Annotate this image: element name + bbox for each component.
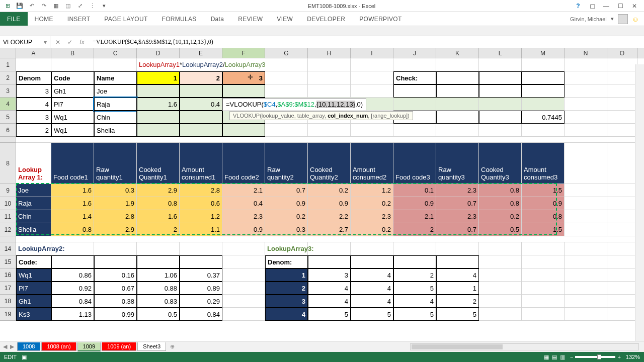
cell-B3[interactable]: Gh1	[51, 84, 94, 98]
row-header-10[interactable]: 10	[0, 197, 16, 210]
tab-insert[interactable]: INSERT	[60, 12, 98, 26]
row-header-12[interactable]: 12	[0, 223, 16, 236]
cell-A14[interactable]: LookupArray2:	[16, 242, 51, 255]
zoom-level[interactable]: 132%	[626, 354, 640, 360]
row-header-7[interactable]	[0, 137, 16, 143]
qat-ext2-icon[interactable]: ◫	[62, 1, 73, 12]
row-header-2[interactable]: 2	[0, 71, 16, 84]
row-header-18[interactable]: 18	[0, 295, 16, 308]
cell-C2[interactable]: Name	[94, 71, 137, 84]
tab-developer[interactable]: DEVELOPER	[300, 12, 352, 26]
sheet-tab-1008[interactable]: 1008	[17, 342, 40, 351]
cell-J8[interactable]: Food code3	[393, 143, 436, 184]
cell-A3[interactable]: 3	[16, 84, 51, 98]
zoom-slider[interactable]	[575, 356, 615, 358]
sheet-tab-1008an[interactable]: 1008 (an)	[41, 342, 76, 351]
col-header-K[interactable]: K	[436, 48, 479, 58]
cell-A10[interactable]: Raja	[16, 197, 51, 210]
zoom-in-icon[interactable]: +	[617, 354, 620, 360]
col-header-A[interactable]: A	[16, 48, 51, 58]
cell-C8[interactable]: Raw quantity1	[94, 143, 137, 184]
cell-A15[interactable]: Code:	[16, 255, 51, 268]
tab-formulas[interactable]: FORMULAS	[155, 12, 204, 26]
cell-M5[interactable]: 0.7445	[522, 111, 565, 124]
col-header-J[interactable]: J	[393, 48, 436, 58]
sheet-tab-1009an[interactable]: 1009 (an)	[102, 342, 136, 351]
cell-D2[interactable]: 1	[137, 71, 180, 84]
redo-icon[interactable]: ↷	[38, 1, 49, 12]
row-header-19[interactable]: 19	[0, 308, 16, 321]
cell-B1[interactable]	[51, 58, 94, 71]
cell-G15[interactable]: Denom:	[265, 255, 308, 268]
formula-input[interactable]: =VLOOKUP($C4,$A$9:$M$12,{10,11,12,13},0)	[90, 38, 644, 46]
col-header-N[interactable]: N	[565, 48, 607, 58]
new-sheet-icon[interactable]: ⊕	[167, 343, 177, 350]
cell-A11[interactable]: Chin	[16, 210, 51, 223]
fx-icon[interactable]: fx	[77, 39, 87, 46]
name-box-dropdown-icon[interactable]: ▾	[44, 39, 47, 46]
feedback-icon[interactable]: ☺	[632, 15, 639, 23]
cell-A6[interactable]: 2	[16, 124, 51, 137]
cell-D8[interactable]: Cooked Quantity1	[137, 143, 180, 184]
cell-B5[interactable]: Wq1	[51, 111, 94, 124]
cell-A4[interactable]: 4	[16, 98, 51, 111]
cell-C3[interactable]: Joe	[94, 84, 137, 98]
row-header-15[interactable]: 15	[0, 255, 16, 268]
row-header-4[interactable]: 4	[0, 98, 16, 111]
row-header-1[interactable]: 1	[0, 58, 16, 71]
vertical-scrollbar[interactable]	[635, 64, 644, 341]
col-header-O[interactable]: O	[607, 48, 637, 58]
col-header-M[interactable]: M	[522, 48, 565, 58]
cell-A5[interactable]: 3	[16, 111, 51, 124]
zoom-out-icon[interactable]: −	[570, 354, 573, 360]
account-user[interactable]: Girvin, Michael ▾ ☺	[565, 12, 644, 26]
sheet-tab-sheet3[interactable]: Sheet3	[137, 342, 166, 351]
row-header-9[interactable]: 9	[0, 184, 16, 197]
cell-C1[interactable]	[94, 58, 137, 71]
cell-D4[interactable]: 1.6	[137, 98, 180, 111]
col-header-B[interactable]: B	[51, 48, 94, 58]
cell-A8[interactable]: Lookup Array 1:	[16, 143, 51, 184]
tab-page-layout[interactable]: PAGE LAYOUT	[97, 12, 154, 26]
cell-H8[interactable]: Cooked Quantity2	[308, 143, 351, 184]
row-header-14[interactable]: 14	[0, 242, 16, 255]
col-header-C[interactable]: C	[94, 48, 137, 58]
cell-C6[interactable]: Shelia	[94, 124, 137, 137]
tab-home[interactable]: HOME	[28, 12, 60, 26]
cell-K8[interactable]: Raw quantity3	[436, 143, 479, 184]
cell-M8[interactable]: Amount consumed3	[522, 143, 565, 184]
row-header-17[interactable]: 17	[0, 282, 16, 295]
cell-D1[interactable]: LookupArray1 * LookupArray2 / LookupArra…	[137, 58, 308, 71]
row-header-16[interactable]: 16	[0, 268, 16, 282]
cell-G14[interactable]: LookupArray3:	[265, 242, 308, 255]
col-header-G[interactable]: G	[265, 48, 308, 58]
col-header-E[interactable]: E	[180, 48, 222, 58]
sheet-nav-next-icon[interactable]: ▶	[10, 343, 14, 350]
row-header-11[interactable]: 11	[0, 210, 16, 223]
cell-B2[interactable]: Code	[51, 71, 94, 84]
macro-record-icon[interactable]: ▣	[22, 354, 27, 360]
row-header-8[interactable]: 8	[0, 143, 16, 184]
cell-C4[interactable]: Raja	[94, 98, 137, 111]
col-header-H[interactable]: H	[308, 48, 351, 58]
cell-A12[interactable]: Shelia	[16, 223, 51, 236]
tab-powerpivot[interactable]: POWERPIVOT	[352, 12, 409, 26]
qat-ext1-icon[interactable]: ▦	[50, 1, 61, 12]
col-header-D[interactable]: D	[137, 48, 180, 58]
save-icon[interactable]: 💾	[14, 1, 25, 12]
view-page-break-icon[interactable]: ▥	[560, 354, 565, 360]
horizontal-scrollbar[interactable]	[410, 343, 639, 350]
tab-view[interactable]: VIEW	[270, 12, 300, 26]
col-header-L[interactable]: L	[479, 48, 522, 58]
cell-E4[interactable]: 0.4	[180, 98, 222, 111]
tab-review[interactable]: REVIEW	[231, 12, 270, 26]
cancel-formula-icon[interactable]: ✕	[53, 39, 62, 46]
ribbon-options-icon[interactable]: ▢	[586, 1, 599, 11]
select-all-triangle[interactable]	[0, 48, 16, 58]
tab-file[interactable]: FILE	[0, 12, 28, 26]
cell-I8[interactable]: Amount consumed2	[351, 143, 393, 184]
sheet-nav-prev-icon[interactable]: ◀	[3, 343, 7, 350]
cell-G8[interactable]: Raw quantity2	[265, 143, 308, 184]
col-header-F[interactable]: F	[222, 48, 265, 58]
cell-C5[interactable]: Chin	[94, 111, 137, 124]
